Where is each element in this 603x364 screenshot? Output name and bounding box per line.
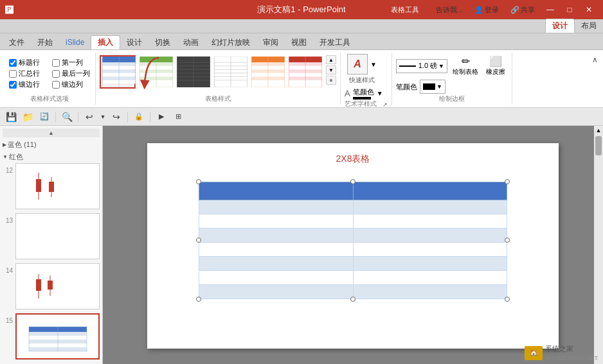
total-row-option[interactable]: 汇总行: [9, 69, 47, 78]
scroll-thumb-canvas[interactable]: [595, 136, 602, 155]
eraser-button[interactable]: ⬜ 橡皮擦: [483, 54, 508, 78]
table-cell[interactable]: [199, 182, 354, 200]
slides-scroll-up[interactable]: ▲: [3, 128, 100, 137]
table-style-5[interactable]: [249, 55, 285, 89]
quick-style-button[interactable]: A ▼ 快速样式: [345, 53, 379, 86]
handle-tr[interactable]: [505, 179, 510, 184]
border-weight-selector[interactable]: 1.0 磅 ▼: [396, 59, 447, 73]
redo-button[interactable]: ↪: [109, 110, 123, 124]
table-cell[interactable]: [199, 284, 354, 299]
table-cell[interactable]: [353, 256, 507, 270]
pen-color-dropdown[interactable]: ▼: [377, 90, 383, 97]
table-cell[interactable]: [199, 256, 354, 270]
table-style-4[interactable]: [212, 55, 248, 89]
undo-button[interactable]: ↩: [82, 110, 96, 124]
first-col-checkbox[interactable]: [52, 59, 60, 67]
handle-mr[interactable]: [505, 238, 510, 243]
handle-bl[interactable]: [196, 297, 201, 302]
total-row-checkbox[interactable]: [9, 70, 17, 78]
pen-color-arrow[interactable]: ▼: [437, 83, 442, 90]
tab-slideshow[interactable]: 幻灯片放映: [205, 35, 256, 49]
login-button[interactable]: 👤 登录: [469, 4, 504, 16]
pen-color-row[interactable]: A 笔颜色 ▼: [345, 87, 383, 100]
scroll-up-button[interactable]: ▲: [326, 55, 336, 64]
open-button[interactable]: 📁: [21, 110, 35, 124]
save-button[interactable]: 💾: [4, 110, 18, 124]
pen-color-selector[interactable]: ▼: [420, 80, 446, 94]
table-style-6[interactable]: [286, 55, 322, 89]
handle-tm[interactable]: [350, 179, 356, 184]
banded-rows-option[interactable]: 镶边行: [9, 80, 47, 89]
tab-file[interactable]: 文件: [3, 35, 31, 49]
draw-table-button[interactable]: ✏ 绘制表格: [450, 54, 481, 78]
tab-insert[interactable]: 插入: [91, 35, 120, 49]
maximize-button[interactable]: □: [561, 2, 579, 17]
scroll-up-canvas[interactable]: ▲: [594, 126, 603, 135]
qa-extra-button[interactable]: ⊞: [171, 110, 185, 124]
quick-style-dropdown[interactable]: ▼: [370, 61, 377, 68]
handle-bm[interactable]: [350, 297, 356, 302]
banded-rows-checkbox[interactable]: [9, 81, 17, 89]
slide-item-14[interactable]: 14: [3, 263, 100, 309]
table-cell[interactable]: [353, 270, 507, 284]
first-col-option[interactable]: 第一列: [52, 58, 90, 67]
banded-cols-option[interactable]: 镶边列: [52, 80, 90, 89]
styles-scroll-buttons[interactable]: ▲ ▼ ≡: [326, 55, 336, 85]
header-row-option[interactable]: 标题行: [9, 58, 47, 67]
table-container[interactable]: [199, 182, 507, 299]
tab-design-main[interactable]: 设计: [120, 35, 148, 49]
blue-group-header[interactable]: ▶ 蓝色 (11): [3, 139, 100, 151]
table-cell[interactable]: [199, 214, 354, 228]
handle-br[interactable]: [505, 297, 510, 302]
handle-ml[interactable]: [196, 238, 201, 243]
tab-review[interactable]: 审阅: [256, 35, 285, 49]
table-cell[interactable]: [353, 242, 507, 256]
banded-cols-checkbox[interactable]: [52, 81, 60, 89]
slide-table[interactable]: [199, 182, 507, 299]
table-cell[interactable]: [353, 214, 507, 228]
slide-thumb-15[interactable]: [15, 313, 100, 360]
slide-thumb-13[interactable]: [15, 213, 100, 259]
last-col-checkbox[interactable]: [52, 70, 60, 78]
table-cell[interactable]: [199, 228, 354, 242]
tab-animations[interactable]: 动画: [177, 35, 205, 49]
slide-thumb-14[interactable]: [15, 263, 100, 309]
notify-button[interactable]: 告诉我...: [431, 4, 468, 16]
tab-islide[interactable]: iSlide: [59, 35, 91, 49]
slide-thumb-12[interactable]: [15, 163, 100, 209]
collapse-ribbon-button[interactable]: ∧: [591, 53, 599, 105]
header-row-checkbox[interactable]: [9, 59, 17, 67]
minimize-button[interactable]: —: [541, 2, 559, 17]
table-cell[interactable]: [199, 270, 354, 284]
slide-item-15[interactable]: 15: [3, 313, 100, 360]
undo-dropdown[interactable]: ▼: [99, 110, 107, 124]
table-cell[interactable]: [353, 284, 507, 299]
tab-home[interactable]: 开始: [31, 35, 59, 49]
tab-view[interactable]: 视图: [285, 35, 313, 49]
table-cell[interactable]: [353, 228, 507, 242]
qa-btn-3[interactable]: 🔄: [37, 110, 51, 124]
scroll-down-button[interactable]: ▼: [326, 65, 336, 74]
table-cell[interactable]: [353, 182, 507, 200]
table-cell[interactable]: [199, 242, 354, 256]
tab-layout[interactable]: 布局: [575, 19, 603, 33]
table-style-1[interactable]: [100, 55, 136, 89]
find-button[interactable]: 🔍: [60, 110, 74, 124]
qa-lock-button[interactable]: 🔒: [132, 110, 146, 124]
table-style-2[interactable]: [137, 55, 173, 89]
slide-item-12[interactable]: 12: [3, 163, 100, 209]
tab-design[interactable]: 设计: [545, 19, 575, 33]
table-cell[interactable]: [353, 200, 507, 214]
close-button[interactable]: ✕: [580, 2, 598, 17]
share-button[interactable]: 🔗 共享: [505, 4, 540, 16]
table-cell[interactable]: [199, 200, 354, 214]
red-group-header[interactable]: ▼ 红色: [3, 151, 100, 163]
border-weight-dropdown[interactable]: ▼: [438, 63, 444, 69]
slide-item-13[interactable]: 13: [3, 213, 100, 259]
expand-styles-button[interactable]: ≡: [326, 76, 336, 85]
tab-developer[interactable]: 开发工具: [313, 35, 357, 49]
art-style-expand[interactable]: ↗: [382, 101, 388, 108]
tab-transitions[interactable]: 切换: [148, 35, 177, 49]
handle-tl[interactable]: [196, 179, 201, 184]
table-style-3[interactable]: [174, 55, 210, 89]
